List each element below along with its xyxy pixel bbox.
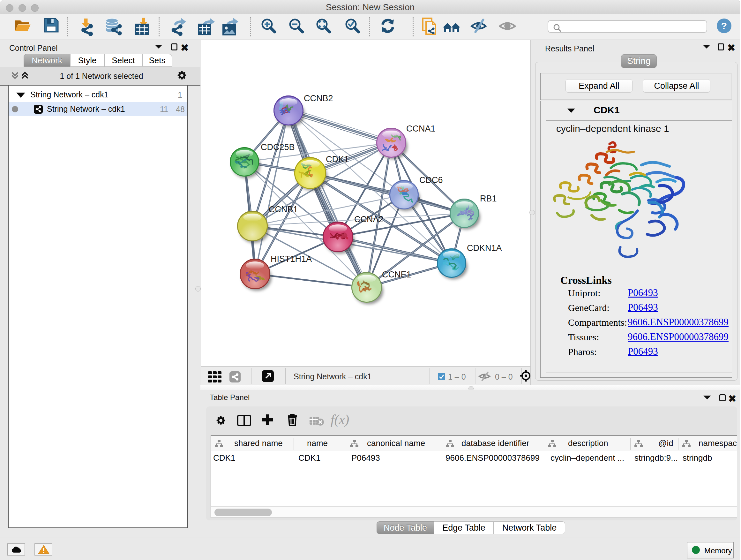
svg-text:HIST1H1A: HIST1H1A xyxy=(271,254,312,264)
svg-text:CDC25B: CDC25B xyxy=(261,142,295,152)
svg-text:CCNB1: CCNB1 xyxy=(269,205,298,214)
svg-text:CCNA1: CCNA1 xyxy=(406,124,435,133)
svg-text:CDKN1A: CDKN1A xyxy=(467,243,502,253)
svg-text:CCNB2: CCNB2 xyxy=(304,94,333,103)
svg-text:CCNA2: CCNA2 xyxy=(354,214,384,224)
svg-text:CDC6: CDC6 xyxy=(419,175,443,185)
svg-text:CDK1: CDK1 xyxy=(326,154,349,164)
svg-text:CCNE1: CCNE1 xyxy=(382,270,411,279)
svg-text:RB1: RB1 xyxy=(480,194,497,203)
